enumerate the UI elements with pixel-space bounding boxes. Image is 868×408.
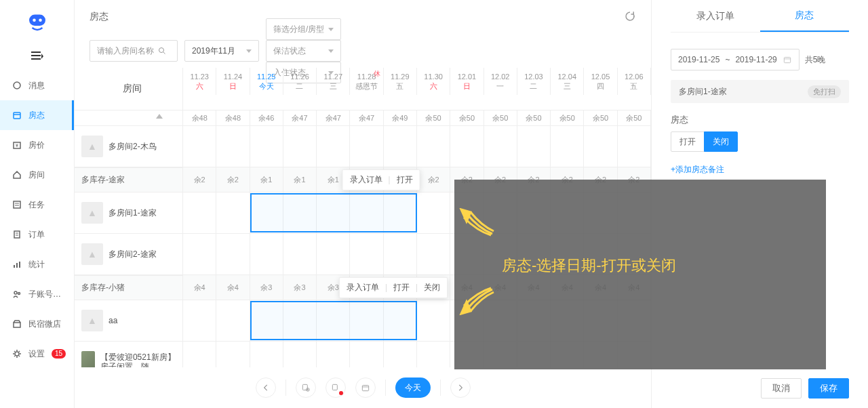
nav-item-settings[interactable]: 设置15 bbox=[0, 339, 74, 369]
nav-item-order[interactable]: 订单 bbox=[0, 220, 74, 249]
nav-item-task[interactable]: 任务 bbox=[0, 190, 74, 220]
group-avail-cell[interactable]: 余2 bbox=[216, 167, 250, 192]
calendar-cell[interactable] bbox=[317, 300, 350, 341]
bulk-add-icon[interactable] bbox=[296, 378, 316, 398]
bulk-status-icon[interactable] bbox=[326, 378, 346, 398]
month-select[interactable]: 2019年11月 bbox=[184, 40, 259, 62]
filter-select-1[interactable]: 保洁状态 bbox=[266, 40, 341, 62]
calendar-cell[interactable] bbox=[417, 126, 450, 167]
calendar-cell[interactable] bbox=[384, 192, 417, 233]
nav-item-stats[interactable]: 统计 bbox=[0, 249, 74, 279]
search-input[interactable]: 请输入房间名称 bbox=[90, 40, 178, 62]
popup-action[interactable]: 录入订单 bbox=[347, 282, 379, 293]
popup-action[interactable]: 关闭 bbox=[424, 282, 440, 293]
room-side[interactable]: ▲aa bbox=[75, 300, 183, 341]
calendar-cell[interactable] bbox=[283, 126, 317, 167]
calendar-cell[interactable] bbox=[384, 234, 417, 274]
tab-order[interactable]: 录入订单 bbox=[671, 0, 760, 32]
calendar-cell[interactable] bbox=[384, 342, 417, 367]
calendar-cell[interactable] bbox=[350, 342, 383, 367]
date-header-cell[interactable]: 11.30六 bbox=[417, 68, 450, 95]
date-range-picker[interactable]: 2019-11-25 ~ 2019-11-29 bbox=[671, 49, 800, 70]
calendar-cell[interactable] bbox=[618, 126, 651, 167]
calendar-cell[interactable] bbox=[216, 192, 250, 233]
calendar-cell[interactable] bbox=[584, 126, 617, 167]
calendar-cell[interactable] bbox=[350, 192, 383, 233]
date-header-cell[interactable]: 11.29五 bbox=[384, 68, 417, 95]
calendar-cell[interactable] bbox=[250, 342, 283, 367]
room-side[interactable]: ▲多房间1-途家 bbox=[75, 192, 183, 233]
nav-item-calendar[interactable]: 房态 bbox=[0, 100, 74, 130]
calendar-cell[interactable] bbox=[183, 234, 216, 274]
date-header-cell[interactable]: 11.26二 bbox=[283, 68, 317, 95]
calendar-cell[interactable] bbox=[216, 342, 250, 367]
calendar-cell[interactable] bbox=[484, 126, 517, 167]
calendar-cell[interactable] bbox=[551, 126, 584, 167]
date-header-cell[interactable]: 12.03二 bbox=[517, 68, 551, 95]
calendar-cell[interactable] bbox=[183, 300, 216, 341]
calendar-cell[interactable] bbox=[384, 126, 417, 167]
group-avail-cell[interactable]: 余1 bbox=[283, 167, 317, 192]
calendar-cell[interactable] bbox=[317, 342, 350, 367]
nav-item-weshop[interactable]: 民宿微店 bbox=[0, 309, 74, 339]
calendar-cell[interactable] bbox=[183, 342, 216, 367]
group-avail-cell[interactable]: 余1 bbox=[250, 167, 283, 192]
calendar-cell[interactable] bbox=[384, 300, 417, 341]
calendar-cell[interactable] bbox=[317, 192, 350, 233]
calendar-cell[interactable] bbox=[350, 300, 383, 341]
filter-select-0[interactable]: 筛选分组/房型 bbox=[266, 18, 341, 40]
date-header-cell[interactable]: 12.05四 bbox=[584, 68, 617, 95]
refresh-icon[interactable] bbox=[624, 10, 636, 24]
calendar-cell[interactable] bbox=[350, 126, 383, 167]
open-button[interactable]: 打开 bbox=[671, 131, 705, 152]
calendar-cell[interactable] bbox=[216, 126, 250, 167]
calendar-icon[interactable] bbox=[355, 378, 376, 398]
nav-item-subacct[interactable]: 子账号… bbox=[0, 279, 74, 309]
collapse-icon[interactable] bbox=[0, 52, 74, 61]
popup-action[interactable]: 录入订单 bbox=[350, 174, 382, 186]
date-header-cell[interactable]: 12.02一 bbox=[484, 68, 517, 95]
save-button[interactable]: 保存 bbox=[808, 378, 849, 399]
date-header-cell[interactable]: 12.01日 bbox=[450, 68, 484, 95]
calendar-cell[interactable] bbox=[183, 192, 216, 233]
calendar-cell[interactable] bbox=[350, 234, 383, 274]
group-avail-cell[interactable]: 余4 bbox=[216, 275, 250, 300]
date-header-cell[interactable]: 11.25今天 bbox=[250, 68, 283, 95]
clean-tag[interactable]: 免打扫 bbox=[808, 85, 841, 98]
group-avail-cell[interactable]: 余2 bbox=[183, 167, 216, 192]
room-side[interactable]: 【爱彼迎0521新房】房子闲置，随… bbox=[75, 342, 183, 367]
nav-item-message[interactable]: 消息 bbox=[0, 70, 74, 100]
today-button[interactable]: 今天 bbox=[395, 378, 431, 398]
calendar-cell[interactable] bbox=[283, 192, 317, 233]
prev-page-button[interactable] bbox=[256, 378, 276, 398]
close-button[interactable]: 关闭 bbox=[704, 131, 738, 152]
calendar-cell[interactable] bbox=[250, 192, 283, 233]
popup-action[interactable]: 打开 bbox=[393, 282, 410, 293]
date-header-cell[interactable]: 11.23六 bbox=[183, 68, 216, 95]
calendar-cell[interactable] bbox=[317, 234, 350, 274]
calendar-cell[interactable] bbox=[517, 126, 551, 167]
date-header-cell[interactable]: 12.06五 bbox=[618, 68, 651, 95]
calendar-cell[interactable] bbox=[417, 342, 450, 367]
date-header-cell[interactable]: 12.04三 bbox=[551, 68, 584, 95]
date-header-cell[interactable]: 11.27三 bbox=[317, 68, 350, 95]
calendar-cell[interactable] bbox=[283, 300, 317, 341]
date-header-cell[interactable]: 休11.28感恩节 bbox=[350, 68, 383, 95]
group-avail-cell[interactable]: 余4 bbox=[183, 275, 216, 300]
calendar-cell[interactable] bbox=[417, 192, 450, 233]
calendar-cell[interactable] bbox=[250, 126, 283, 167]
tab-status[interactable]: 房态 bbox=[760, 0, 850, 32]
calendar-cell[interactable] bbox=[216, 234, 250, 274]
next-page-button[interactable] bbox=[450, 378, 471, 398]
calendar-cell[interactable] bbox=[317, 126, 350, 167]
cancel-button[interactable]: 取消 bbox=[761, 378, 802, 399]
group-avail-cell[interactable]: 余3 bbox=[250, 275, 283, 300]
add-note-link[interactable]: +添加房态备注 bbox=[671, 164, 849, 176]
room-side[interactable]: ▲多房间2-途家 bbox=[75, 234, 183, 274]
calendar-cell[interactable] bbox=[216, 300, 250, 341]
nav-item-room[interactable]: 房间 bbox=[0, 160, 74, 190]
scroll-up-icon[interactable] bbox=[156, 114, 163, 119]
calendar-cell[interactable] bbox=[250, 300, 283, 341]
calendar-cell[interactable] bbox=[283, 234, 317, 274]
calendar-cell[interactable] bbox=[417, 300, 450, 341]
